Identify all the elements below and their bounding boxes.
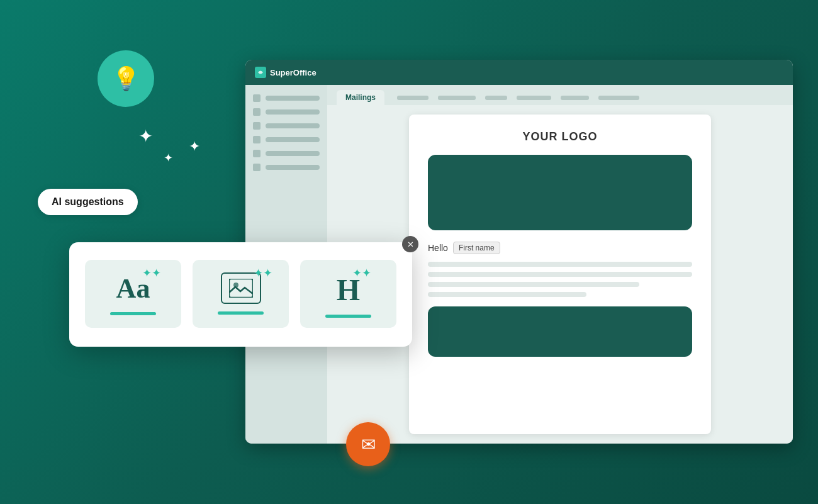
sidebar-item <box>253 150 320 157</box>
image-card-underline <box>218 311 264 315</box>
sidebar-checkbox <box>253 94 261 102</box>
sparkle-icon-3: ✦ <box>189 138 200 155</box>
sidebar-checkbox <box>253 150 261 157</box>
email-greeting: Hello First name <box>428 242 692 254</box>
sparkle-icon-heading-card: ✦✦ <box>352 266 371 280</box>
sparkle-icon-text-card: ✦✦ <box>142 266 161 280</box>
email-template: YOUR LOGO Hello First name <box>409 115 711 434</box>
svg-rect-0 <box>229 279 253 298</box>
sidebar-checkbox <box>253 108 261 116</box>
image-icon-svg <box>229 279 253 298</box>
sparkle-icon-2: ✦ <box>164 151 173 165</box>
sidebar-label <box>266 165 320 170</box>
sidebar-item <box>253 122 320 130</box>
mail-button[interactable]: ✉ <box>346 422 390 466</box>
panel-close-button[interactable]: ✕ <box>402 236 418 252</box>
nav-placeholders <box>388 96 649 100</box>
sidebar-item <box>253 136 320 143</box>
sparkle-icon-1: ✦ <box>138 126 153 147</box>
nav-placeholder <box>517 96 551 100</box>
nav-placeholder <box>561 96 589 100</box>
sidebar-label <box>266 137 320 142</box>
email-hero-image <box>428 155 692 230</box>
sidebar-label <box>266 96 320 101</box>
nav-placeholder <box>485 96 507 100</box>
nav-placeholder <box>397 96 429 100</box>
sidebar-item <box>253 164 320 171</box>
greeting-hello: Hello <box>428 243 448 253</box>
so-logo-icon <box>255 67 266 78</box>
email-text-line <box>428 272 692 277</box>
email-cta-block <box>428 306 692 357</box>
first-name-badge: First name <box>453 242 500 254</box>
email-text-line <box>428 262 692 267</box>
email-text-line <box>428 282 639 287</box>
sparkle-icon-image-card: ✦✦ <box>254 266 272 280</box>
sidebar-item <box>253 108 320 116</box>
sidebar-item <box>253 94 320 102</box>
text-card-underline <box>110 312 157 315</box>
so-logo: SuperOffice <box>255 67 317 78</box>
sidebar-label <box>266 151 320 156</box>
heading-card-underline <box>325 315 372 318</box>
sidebar-checkbox <box>253 136 261 143</box>
lightbulb-icon: 💡 <box>112 65 140 92</box>
email-logo: YOUR LOGO <box>428 130 692 143</box>
template-panel: ✕ Aa ✦✦ ✦✦ <box>69 242 412 347</box>
sidebar-checkbox <box>253 164 261 171</box>
tab-mailings[interactable]: Mailings <box>337 90 384 105</box>
so-tabbar: Mailings <box>327 85 793 105</box>
titlebar: SuperOffice <box>245 60 793 85</box>
ai-suggestions-badge: AI suggestions <box>38 189 138 215</box>
lightbulb-circle: 💡 <box>98 50 154 107</box>
template-cards: Aa ✦✦ ✦✦ H ✦✦ <box>85 260 396 328</box>
nav-placeholder <box>438 96 476 100</box>
so-title: SuperOffice <box>270 68 317 77</box>
template-card-heading[interactable]: H ✦✦ <box>300 260 396 328</box>
sidebar-label <box>266 109 320 115</box>
sidebar-label <box>266 123 320 128</box>
nav-placeholder <box>598 96 639 100</box>
mail-icon: ✉ <box>361 434 376 455</box>
email-text-line <box>428 292 586 297</box>
template-card-image[interactable]: ✦✦ <box>193 260 289 328</box>
template-card-text[interactable]: Aa ✦✦ <box>85 260 181 328</box>
sidebar-checkbox <box>253 122 261 130</box>
